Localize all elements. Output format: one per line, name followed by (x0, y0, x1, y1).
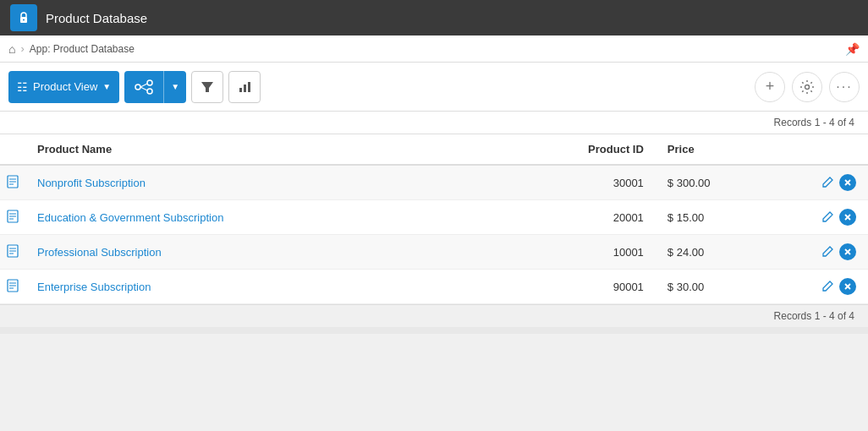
edit-icon[interactable] (822, 176, 834, 190)
home-icon[interactable]: ⌂ (8, 42, 15, 56)
svg-rect-8 (239, 88, 242, 92)
svg-point-2 (135, 85, 140, 90)
pin-icon[interactable]: 📌 (845, 42, 860, 56)
row-doc-icon (0, 200, 25, 235)
app-header: Product Database (0, 0, 868, 35)
row-doc-icon (0, 235, 25, 270)
filter-button[interactable] (191, 71, 223, 103)
table-row: Nonprofit Subscription30001$ 300.00 (0, 165, 868, 200)
col-icon (0, 134, 25, 166)
table-row: Professional Subscription10001$ 24.00 (0, 235, 868, 270)
svg-point-11 (805, 85, 810, 89)
table-container: Records 1 - 4 of 4 Product Name Product … (0, 112, 868, 304)
cell-price: $ 30.00 (656, 270, 800, 304)
cell-actions (800, 200, 868, 235)
cell-price: $ 300.00 (656, 165, 800, 200)
cell-product-id: 90001 (483, 270, 656, 304)
col-price: Price (656, 134, 800, 166)
delete-button[interactable] (839, 243, 856, 260)
cell-product-name[interactable]: Professional Subscription (25, 235, 483, 270)
view-name-label: Product View (33, 80, 97, 93)
records-count-top: Records 1 - 4 of 4 (0, 112, 868, 134)
product-name-link[interactable]: Nonprofit Subscription (37, 177, 146, 189)
product-name-link[interactable]: Enterprise Subscription (37, 281, 151, 293)
cell-actions (800, 270, 868, 304)
view-selector[interactable]: ☷ Product View ▼ (8, 71, 119, 103)
svg-line-5 (140, 84, 147, 87)
workflow-arrow[interactable]: ▼ (163, 71, 186, 103)
breadcrumb-text: App: Product Database (30, 43, 135, 55)
toolbar-right: + ··· (755, 72, 860, 102)
cell-product-name[interactable]: Nonprofit Subscription (25, 165, 483, 200)
product-name-link[interactable]: Education & Government Subscription (37, 211, 223, 224)
svg-point-3 (147, 80, 152, 85)
delete-button[interactable] (839, 174, 856, 191)
cell-price: $ 24.00 (656, 235, 800, 270)
edit-icon[interactable] (822, 210, 834, 225)
workflow-icon-part (124, 79, 163, 95)
grid-icon: ☷ (17, 80, 28, 94)
cell-product-name[interactable]: Education & Government Subscription (25, 200, 483, 235)
svg-rect-9 (244, 85, 246, 92)
products-table: Product Name Product ID Price Nonprofit … (0, 134, 868, 304)
product-name-link[interactable]: Professional Subscription (37, 246, 162, 259)
svg-point-4 (147, 89, 152, 94)
svg-line-6 (140, 87, 147, 90)
add-button[interactable]: + (755, 72, 785, 102)
view-selector-main[interactable]: ☷ Product View ▼ (8, 80, 119, 94)
records-count-bottom: Records 1 - 4 of 4 (0, 304, 868, 327)
workflow-button[interactable]: ▼ (124, 71, 186, 103)
chevron-down-icon: ▼ (171, 82, 179, 91)
col-product-name: Product Name (25, 134, 483, 166)
breadcrumb-separator: › (20, 42, 24, 55)
chart-button[interactable] (228, 71, 261, 103)
more-button[interactable]: ··· (829, 72, 860, 102)
breadcrumb-bar: ⌂ › App: Product Database 📌 (0, 35, 868, 63)
settings-button[interactable] (792, 72, 822, 102)
cell-product-id: 20001 (483, 200, 656, 235)
col-product-id: Product ID (483, 134, 656, 166)
row-doc-icon (0, 270, 25, 304)
cell-actions (800, 235, 868, 270)
svg-rect-10 (248, 82, 250, 92)
toolbar: ☷ Product View ▼ ▼ (0, 63, 868, 112)
ellipsis-icon: ··· (836, 79, 852, 95)
app-title: Product Database (46, 11, 147, 25)
edit-icon[interactable] (822, 245, 834, 259)
col-actions (800, 134, 868, 166)
svg-marker-7 (201, 82, 213, 92)
plus-icon: + (766, 78, 775, 95)
table-row: Education & Government Subscription20001… (0, 200, 868, 235)
cell-product-name[interactable]: Enterprise Subscription (25, 270, 483, 304)
cell-actions (800, 165, 868, 200)
cell-price: $ 15.00 (656, 200, 800, 235)
table-header-row: Product Name Product ID Price (0, 134, 868, 166)
cell-product-id: 30001 (483, 165, 656, 200)
svg-point-1 (23, 19, 25, 21)
edit-icon[interactable] (822, 280, 834, 294)
delete-button[interactable] (839, 278, 856, 295)
scroll-bar[interactable] (0, 327, 868, 334)
table-row: Enterprise Subscription90001$ 30.00 (0, 270, 868, 304)
app-logo (10, 4, 37, 31)
row-doc-icon (0, 165, 25, 200)
chevron-down-icon: ▼ (102, 82, 111, 91)
cell-product-id: 10001 (483, 235, 656, 270)
delete-button[interactable] (839, 209, 856, 226)
